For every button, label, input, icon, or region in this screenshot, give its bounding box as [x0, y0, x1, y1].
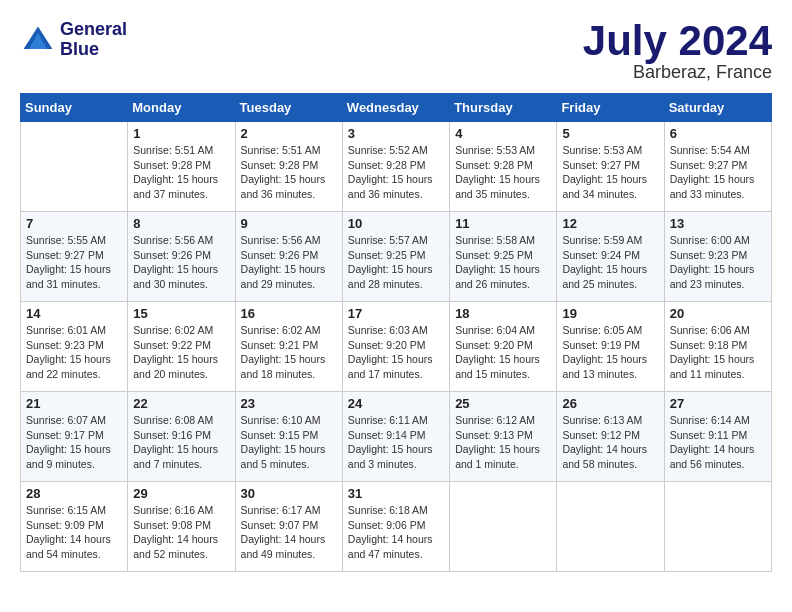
calendar-week-row: 21Sunrise: 6:07 AM Sunset: 9:17 PM Dayli… [21, 392, 772, 482]
calendar-week-row: 1Sunrise: 5:51 AM Sunset: 9:28 PM Daylig… [21, 122, 772, 212]
calendar-week-row: 7Sunrise: 5:55 AM Sunset: 9:27 PM Daylig… [21, 212, 772, 302]
cell-info: Sunrise: 6:05 AM Sunset: 9:19 PM Dayligh… [562, 323, 658, 382]
calendar-cell: 25Sunrise: 6:12 AM Sunset: 9:13 PM Dayli… [450, 392, 557, 482]
cell-info: Sunrise: 6:02 AM Sunset: 9:21 PM Dayligh… [241, 323, 337, 382]
cell-date: 22 [133, 396, 229, 411]
cell-info: Sunrise: 5:52 AM Sunset: 9:28 PM Dayligh… [348, 143, 444, 202]
logo-line1: General [60, 20, 127, 40]
cell-date: 20 [670, 306, 766, 321]
cell-date: 24 [348, 396, 444, 411]
calendar-cell: 20Sunrise: 6:06 AM Sunset: 9:18 PM Dayli… [664, 302, 771, 392]
cell-info: Sunrise: 6:14 AM Sunset: 9:11 PM Dayligh… [670, 413, 766, 472]
cell-date: 9 [241, 216, 337, 231]
calendar-cell: 11Sunrise: 5:58 AM Sunset: 9:25 PM Dayli… [450, 212, 557, 302]
cell-info: Sunrise: 5:51 AM Sunset: 9:28 PM Dayligh… [133, 143, 229, 202]
cell-info: Sunrise: 5:51 AM Sunset: 9:28 PM Dayligh… [241, 143, 337, 202]
cell-info: Sunrise: 6:07 AM Sunset: 9:17 PM Dayligh… [26, 413, 122, 472]
calendar-cell: 6Sunrise: 5:54 AM Sunset: 9:27 PM Daylig… [664, 122, 771, 212]
calendar-cell: 10Sunrise: 5:57 AM Sunset: 9:25 PM Dayli… [342, 212, 449, 302]
cell-date: 18 [455, 306, 551, 321]
cell-info: Sunrise: 6:12 AM Sunset: 9:13 PM Dayligh… [455, 413, 551, 472]
cell-info: Sunrise: 5:57 AM Sunset: 9:25 PM Dayligh… [348, 233, 444, 292]
column-header-monday: Monday [128, 94, 235, 122]
title-area: July 2024 Barberaz, France [583, 20, 772, 83]
calendar-cell: 2Sunrise: 5:51 AM Sunset: 9:28 PM Daylig… [235, 122, 342, 212]
cell-date: 16 [241, 306, 337, 321]
calendar-cell: 8Sunrise: 5:56 AM Sunset: 9:26 PM Daylig… [128, 212, 235, 302]
calendar-cell: 3Sunrise: 5:52 AM Sunset: 9:28 PM Daylig… [342, 122, 449, 212]
cell-info: Sunrise: 5:53 AM Sunset: 9:27 PM Dayligh… [562, 143, 658, 202]
cell-info: Sunrise: 6:04 AM Sunset: 9:20 PM Dayligh… [455, 323, 551, 382]
cell-info: Sunrise: 6:06 AM Sunset: 9:18 PM Dayligh… [670, 323, 766, 382]
logo: General Blue [20, 20, 127, 60]
cell-date: 30 [241, 486, 337, 501]
cell-date: 6 [670, 126, 766, 141]
cell-date: 3 [348, 126, 444, 141]
calendar-cell: 12Sunrise: 5:59 AM Sunset: 9:24 PM Dayli… [557, 212, 664, 302]
cell-info: Sunrise: 6:13 AM Sunset: 9:12 PM Dayligh… [562, 413, 658, 472]
logo-text: General Blue [60, 20, 127, 60]
cell-date: 21 [26, 396, 122, 411]
calendar-header-row: SundayMondayTuesdayWednesdayThursdayFrid… [21, 94, 772, 122]
cell-date: 15 [133, 306, 229, 321]
calendar-cell: 21Sunrise: 6:07 AM Sunset: 9:17 PM Dayli… [21, 392, 128, 482]
calendar-cell: 13Sunrise: 6:00 AM Sunset: 9:23 PM Dayli… [664, 212, 771, 302]
cell-date: 12 [562, 216, 658, 231]
calendar-cell [664, 482, 771, 572]
cell-info: Sunrise: 6:18 AM Sunset: 9:06 PM Dayligh… [348, 503, 444, 562]
cell-date: 25 [455, 396, 551, 411]
cell-info: Sunrise: 6:15 AM Sunset: 9:09 PM Dayligh… [26, 503, 122, 562]
cell-info: Sunrise: 6:01 AM Sunset: 9:23 PM Dayligh… [26, 323, 122, 382]
cell-date: 8 [133, 216, 229, 231]
calendar-cell: 26Sunrise: 6:13 AM Sunset: 9:12 PM Dayli… [557, 392, 664, 482]
calendar-cell: 4Sunrise: 5:53 AM Sunset: 9:28 PM Daylig… [450, 122, 557, 212]
cell-date: 31 [348, 486, 444, 501]
calendar-cell: 16Sunrise: 6:02 AM Sunset: 9:21 PM Dayli… [235, 302, 342, 392]
column-header-wednesday: Wednesday [342, 94, 449, 122]
cell-date: 5 [562, 126, 658, 141]
cell-date: 14 [26, 306, 122, 321]
calendar-cell: 27Sunrise: 6:14 AM Sunset: 9:11 PM Dayli… [664, 392, 771, 482]
column-header-thursday: Thursday [450, 94, 557, 122]
calendar-cell [557, 482, 664, 572]
calendar-cell: 22Sunrise: 6:08 AM Sunset: 9:16 PM Dayli… [128, 392, 235, 482]
calendar-cell: 1Sunrise: 5:51 AM Sunset: 9:28 PM Daylig… [128, 122, 235, 212]
cell-info: Sunrise: 5:55 AM Sunset: 9:27 PM Dayligh… [26, 233, 122, 292]
column-header-friday: Friday [557, 94, 664, 122]
cell-date: 28 [26, 486, 122, 501]
cell-date: 17 [348, 306, 444, 321]
cell-date: 1 [133, 126, 229, 141]
calendar-cell: 7Sunrise: 5:55 AM Sunset: 9:27 PM Daylig… [21, 212, 128, 302]
calendar-cell [21, 122, 128, 212]
calendar-cell: 29Sunrise: 6:16 AM Sunset: 9:08 PM Dayli… [128, 482, 235, 572]
cell-info: Sunrise: 5:54 AM Sunset: 9:27 PM Dayligh… [670, 143, 766, 202]
location-title: Barberaz, France [583, 62, 772, 83]
cell-info: Sunrise: 5:53 AM Sunset: 9:28 PM Dayligh… [455, 143, 551, 202]
calendar-cell: 9Sunrise: 5:56 AM Sunset: 9:26 PM Daylig… [235, 212, 342, 302]
cell-info: Sunrise: 5:56 AM Sunset: 9:26 PM Dayligh… [133, 233, 229, 292]
header: General Blue July 2024 Barberaz, France [20, 20, 772, 83]
cell-info: Sunrise: 5:58 AM Sunset: 9:25 PM Dayligh… [455, 233, 551, 292]
cell-date: 23 [241, 396, 337, 411]
cell-date: 10 [348, 216, 444, 231]
cell-info: Sunrise: 6:17 AM Sunset: 9:07 PM Dayligh… [241, 503, 337, 562]
column-header-saturday: Saturday [664, 94, 771, 122]
calendar-cell: 31Sunrise: 6:18 AM Sunset: 9:06 PM Dayli… [342, 482, 449, 572]
cell-date: 2 [241, 126, 337, 141]
cell-date: 26 [562, 396, 658, 411]
cell-info: Sunrise: 5:59 AM Sunset: 9:24 PM Dayligh… [562, 233, 658, 292]
calendar-cell: 14Sunrise: 6:01 AM Sunset: 9:23 PM Dayli… [21, 302, 128, 392]
calendar-cell: 28Sunrise: 6:15 AM Sunset: 9:09 PM Dayli… [21, 482, 128, 572]
calendar-cell [450, 482, 557, 572]
cell-date: 11 [455, 216, 551, 231]
cell-info: Sunrise: 6:10 AM Sunset: 9:15 PM Dayligh… [241, 413, 337, 472]
logo-line2: Blue [60, 40, 127, 60]
calendar-table: SundayMondayTuesdayWednesdayThursdayFrid… [20, 93, 772, 572]
calendar-cell: 5Sunrise: 5:53 AM Sunset: 9:27 PM Daylig… [557, 122, 664, 212]
calendar-cell: 18Sunrise: 6:04 AM Sunset: 9:20 PM Dayli… [450, 302, 557, 392]
cell-info: Sunrise: 6:16 AM Sunset: 9:08 PM Dayligh… [133, 503, 229, 562]
cell-info: Sunrise: 6:02 AM Sunset: 9:22 PM Dayligh… [133, 323, 229, 382]
cell-info: Sunrise: 5:56 AM Sunset: 9:26 PM Dayligh… [241, 233, 337, 292]
calendar-week-row: 14Sunrise: 6:01 AM Sunset: 9:23 PM Dayli… [21, 302, 772, 392]
calendar-cell: 15Sunrise: 6:02 AM Sunset: 9:22 PM Dayli… [128, 302, 235, 392]
